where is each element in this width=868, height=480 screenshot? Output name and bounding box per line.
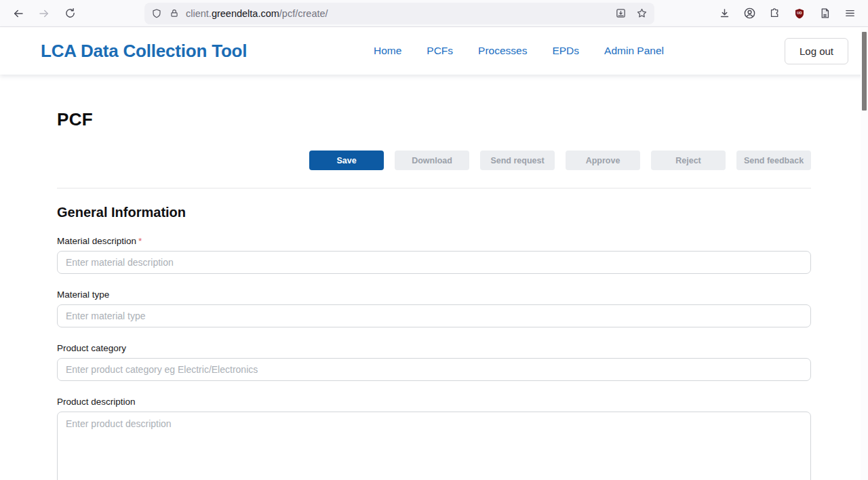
url-text: client.greendelta.com/pcf/create/	[186, 8, 328, 19]
field-product-description: Product description	[57, 397, 811, 480]
product-category-input[interactable]	[57, 358, 811, 381]
approve-button[interactable]: Approve	[566, 151, 640, 170]
ublock-shield-icon[interactable]: UO	[789, 3, 810, 24]
reject-button[interactable]: Reject	[651, 151, 726, 170]
material-type-label: Material type	[57, 289, 811, 300]
action-buttons-row: Save Download Send request Approve Rejec…	[57, 151, 811, 170]
product-category-label: Product category	[57, 343, 811, 353]
page-title: PCF	[57, 111, 811, 128]
main-content: PCF Save Download Send request Approve R…	[0, 111, 868, 480]
download-icon[interactable]	[714, 3, 734, 24]
bookmark-star-icon[interactable]	[636, 7, 648, 19]
nav-item-admin-panel[interactable]: Admin Panel	[604, 45, 664, 57]
document-icon[interactable]	[814, 3, 835, 24]
nav-item-epds[interactable]: EPDs	[552, 45, 579, 57]
product-description-textarea[interactable]	[57, 412, 811, 480]
site-header: LCA Data Collection Tool Home PCFs Proce…	[0, 27, 868, 75]
shield-icon[interactable]	[151, 8, 162, 19]
field-material-description: Material description*	[57, 236, 811, 274]
required-asterisk: *	[138, 236, 142, 246]
url-domain: greendelta.com	[212, 8, 279, 19]
nav-item-home[interactable]: Home	[374, 45, 401, 57]
section-title: General Information	[57, 205, 811, 220]
main-nav: Home PCFs Processes EPDs Admin Panel	[374, 45, 664, 57]
save-page-icon[interactable]	[615, 7, 627, 19]
product-description-label: Product description	[57, 397, 811, 407]
page-scrollbar-thumb[interactable]	[862, 32, 867, 111]
ublock-label: UO	[797, 12, 802, 15]
material-description-input[interactable]	[57, 251, 811, 274]
brand-title[interactable]: LCA Data Collection Tool	[41, 41, 247, 62]
nav-item-processes[interactable]: Processes	[478, 45, 527, 57]
nav-item-pcfs[interactable]: PCFs	[427, 45, 453, 57]
download-button[interactable]: Download	[395, 151, 469, 170]
extensions-icon[interactable]	[764, 3, 785, 24]
back-icon[interactable]	[8, 3, 28, 24]
url-path: /pcf/create/	[279, 8, 328, 19]
account-icon[interactable]	[739, 3, 760, 24]
material-description-label: Material description*	[57, 236, 811, 246]
lock-icon[interactable]	[170, 8, 179, 18]
url-bar[interactable]: client.greendelta.com/pcf/create/	[144, 3, 654, 24]
logout-button[interactable]: Log out	[785, 38, 848, 64]
url-prefix: client.	[186, 8, 212, 19]
field-product-category: Product category	[57, 343, 811, 381]
forward-icon[interactable]	[34, 3, 54, 24]
field-material-type: Material type	[57, 289, 811, 327]
section-divider	[57, 188, 811, 188]
send-feedback-button[interactable]: Send feedback	[736, 151, 811, 170]
material-type-input[interactable]	[57, 304, 811, 327]
menu-icon[interactable]	[840, 3, 860, 24]
browser-toolbar: client.greendelta.com/pcf/create/ UO	[0, 0, 868, 27]
send-request-button[interactable]: Send request	[480, 151, 555, 170]
toolbar-right-icons: UO	[709, 3, 860, 24]
refresh-icon[interactable]	[60, 3, 80, 24]
save-button[interactable]: Save	[309, 151, 384, 170]
page-scrollbar-track[interactable]	[861, 28, 868, 480]
